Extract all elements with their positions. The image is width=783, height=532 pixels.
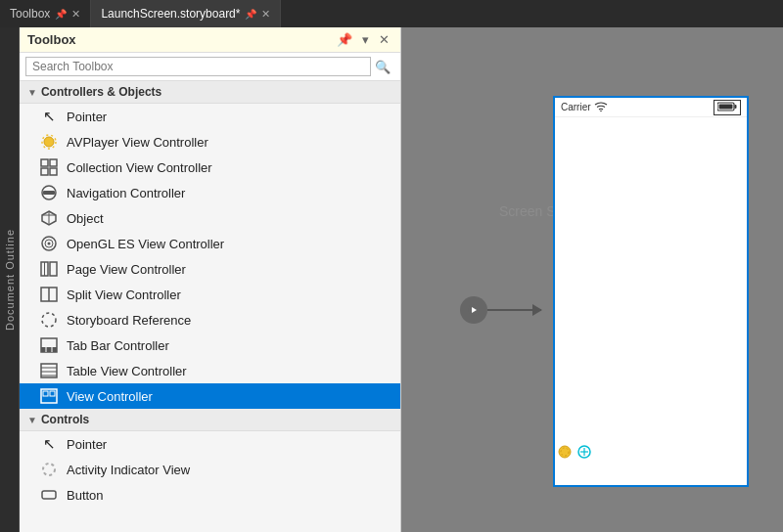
- toolbox-list: ▼ Controllers & Objects ↖ Pointer AVPlay…: [20, 81, 400, 532]
- item-pointer2[interactable]: ↖ Pointer: [20, 431, 400, 457]
- svg-point-13: [48, 243, 51, 245]
- svg-rect-5: [50, 168, 57, 175]
- svg-rect-32: [42, 491, 56, 499]
- item-activity[interactable]: Activity Indicator View: [20, 457, 400, 482]
- item-label-navigation: Navigation Controller: [67, 186, 185, 200]
- phone-status-bar: Carrier: [555, 98, 747, 117]
- svg-rect-7: [43, 191, 55, 195]
- phone-frame: Carrier: [553, 96, 749, 487]
- item-storyboard[interactable]: Storyboard Reference: [20, 307, 400, 332]
- item-label-activity: Activity Indicator View: [67, 463, 190, 477]
- item-tabbar[interactable]: Tab Bar Controller: [20, 332, 400, 358]
- item-navigation[interactable]: Navigation Controller: [20, 180, 400, 205]
- toolbox-pin-btn[interactable]: 📌: [334, 31, 355, 48]
- button-icon: [39, 485, 59, 505]
- svg-point-19: [42, 313, 56, 327]
- tab-toolbox[interactable]: Toolbox 📌 ✕: [0, 0, 91, 27]
- phone-bottom-icons: [553, 444, 592, 464]
- toolbox-close-btn[interactable]: ✕: [376, 31, 392, 48]
- svg-rect-2: [41, 159, 48, 166]
- launchscreen-tab-label: LaunchScreen.storyboard*: [101, 7, 240, 21]
- toolbox-header: Toolbox 📌 ▾ ✕: [20, 27, 400, 53]
- storyboard-bg-text: Screen S: [499, 203, 556, 219]
- group-label-controls: Controls: [41, 413, 89, 426]
- phone-body: [555, 117, 747, 485]
- svg-rect-37: [735, 105, 737, 109]
- canvas-area: Screen S Carrier: [401, 27, 783, 532]
- viewctrl-icon: [39, 386, 59, 406]
- arrow-line: [487, 309, 541, 311]
- item-label-pointer2: Pointer: [67, 437, 107, 452]
- sun-icon: [39, 132, 59, 152]
- item-button[interactable]: Button: [20, 482, 400, 508]
- tabbar-icon: [39, 335, 59, 355]
- item-object[interactable]: Object: [20, 205, 400, 231]
- document-outline-strip[interactable]: Document Outline: [0, 27, 20, 532]
- table-icon: [39, 361, 59, 380]
- target-icon: [39, 234, 59, 253]
- svg-rect-30: [50, 391, 55, 396]
- yellow-bottom-icon: [557, 444, 573, 464]
- item-pageview[interactable]: Page View Controller: [20, 256, 400, 282]
- svg-rect-15: [50, 262, 57, 276]
- toolbox-title: Toolbox: [27, 32, 330, 47]
- circle-dashed-icon: [39, 310, 59, 330]
- item-label-collection: Collection View Controller: [67, 160, 212, 175]
- svg-rect-3: [50, 159, 57, 166]
- item-label-pointer1: Pointer: [67, 110, 107, 124]
- item-tableview[interactable]: Table View Controller: [20, 358, 400, 383]
- group-controls[interactable]: ▼ Controls: [20, 409, 400, 431]
- item-label-avplayer: AVPlayer View Controller: [67, 135, 208, 150]
- carrier-text: Carrier: [561, 102, 591, 112]
- item-label-viewcontroller: View Controller: [67, 389, 153, 404]
- group-arrow-controls: ▼: [27, 415, 37, 425]
- item-label-opengl: OpenGL ES View Controller: [67, 237, 224, 251]
- item-splitview[interactable]: Split View Controller: [20, 282, 400, 307]
- document-outline-label: Document Outline: [4, 229, 16, 331]
- launchscreen-close-icon[interactable]: ✕: [261, 8, 270, 21]
- toolbox-panel: Toolbox 📌 ▾ ✕ 🔍 ▼ Controllers & Objects …: [20, 27, 401, 532]
- split-icon: [39, 285, 59, 304]
- main-area: Document Outline Toolbox 📌 ▾ ✕ 🔍 ▼ Contr…: [0, 27, 783, 532]
- item-label-tableview: Table View Controller: [67, 364, 187, 378]
- top-bar: Toolbox 📌 ✕ LaunchScreen.storyboard* 📌 ✕: [0, 0, 783, 27]
- item-opengl[interactable]: OpenGL ES View Controller: [20, 231, 400, 256]
- svg-rect-38: [719, 104, 733, 109]
- toolbox-dropdown-btn[interactable]: ▾: [359, 31, 372, 48]
- item-label-object: Object: [67, 211, 104, 226]
- item-label-button: Button: [67, 488, 104, 503]
- item-avplayer[interactable]: AVPlayer View Controller: [20, 129, 400, 155]
- arrow-container: [460, 296, 541, 324]
- cursor2-icon: ↖: [39, 434, 59, 454]
- svg-rect-4: [41, 168, 48, 175]
- battery-icon: [714, 100, 741, 115]
- spinner-icon: [39, 460, 59, 479]
- nav-icon: [39, 183, 59, 202]
- item-label-pageview: Page View Controller: [67, 262, 186, 277]
- item-label-tabbar: Tab Bar Controller: [67, 338, 169, 353]
- svg-rect-21: [41, 347, 57, 352]
- launchscreen-pin-icon[interactable]: 📌: [245, 9, 256, 20]
- toolbox-search-bar: 🔍: [20, 53, 400, 81]
- svg-point-35: [600, 110, 602, 111]
- wifi-icon: [594, 102, 608, 113]
- svg-point-0: [44, 137, 54, 147]
- item-collection[interactable]: Collection View Controller: [20, 155, 400, 180]
- search-input[interactable]: [25, 57, 371, 76]
- svg-rect-29: [43, 391, 48, 396]
- arrow-start-circle: [460, 296, 487, 324]
- group-controllers-objects[interactable]: ▼ Controllers & Objects: [20, 81, 400, 104]
- item-label-storyboard: Storyboard Reference: [67, 313, 191, 328]
- item-viewcontroller[interactable]: View Controller: [20, 383, 400, 409]
- book-icon: [39, 259, 59, 279]
- tab-launchscreen[interactable]: LaunchScreen.storyboard* 📌 ✕: [91, 0, 281, 27]
- toolbox-pin-icon[interactable]: 📌: [55, 9, 67, 20]
- search-button[interactable]: 🔍: [371, 60, 394, 74]
- toolbox-close-icon[interactable]: ✕: [71, 8, 80, 21]
- item-pointer1[interactable]: ↖ Pointer: [20, 104, 400, 129]
- grid-icon: [39, 157, 59, 177]
- cube-icon: [39, 208, 59, 228]
- toolbox-tab-label: Toolbox: [10, 7, 50, 21]
- phone-carrier: Carrier: [561, 102, 608, 113]
- item-label-splitview: Split View Controller: [67, 288, 181, 302]
